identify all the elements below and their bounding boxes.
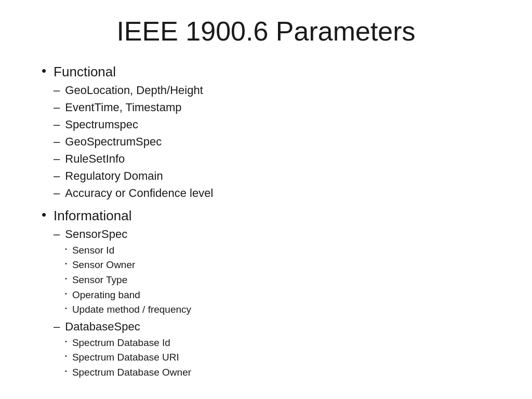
sub-item-1-0-1: •Sensor Owner	[65, 258, 191, 272]
sub-label-1-1-2: Spectrum Database Owner	[72, 365, 191, 380]
dash-label-0-6: Accuracy or Confidence level	[65, 185, 213, 202]
sub-item-1-1-1: •Spectrum Database URI	[65, 350, 191, 365]
dash-content-0-2: Spectrumspec	[65, 116, 138, 133]
top-item-content-0: Functional–GeoLocation, Depth/Height–Eve…	[54, 62, 213, 203]
sub-bullet-icon-1-1-2: •	[65, 368, 67, 376]
dash-label-1-0: SensorSpec	[65, 226, 191, 243]
dash-icon-0-1: –	[54, 99, 60, 116]
top-level-list: •Functional–GeoLocation, Depth/Height–Ev…	[42, 62, 501, 382]
dash-list-1: –SensorSpec•Sensor Id•Sensor Owner•Senso…	[54, 226, 191, 381]
dash-content-0-0: GeoLocation, Depth/Height	[65, 82, 203, 99]
top-item-label-1: Informational	[54, 206, 191, 225]
dash-item-0-3: –GeoSpectrumSpec	[54, 134, 213, 150]
content-area: •Functional–GeoLocation, Depth/Height–Ev…	[31, 62, 501, 385]
dash-label-0-2: Spectrumspec	[65, 116, 138, 133]
dash-item-0-4: –RuleSetInfo	[54, 151, 213, 167]
dash-label-1-1: DatabaseSpec	[65, 318, 191, 335]
dash-icon-0-4: –	[54, 151, 60, 167]
dash-content-0-1: EventTime, Timestamp	[65, 99, 181, 116]
dash-label-0-3: GeoSpectrumSpec	[65, 134, 162, 150]
sub-bullet-icon-1-1-1: •	[65, 353, 67, 361]
dash-icon-0-2: –	[54, 116, 60, 133]
dash-item-0-2: –Spectrumspec	[54, 116, 213, 133]
page: IEEE 1900.6 Parameters •Functional–GeoLo…	[0, 0, 532, 399]
sub-bullet-icon-1-1-0: •	[65, 338, 67, 346]
sub-item-1-0-4: •Update method / frequency	[65, 302, 191, 317]
sub-label-1-0-4: Update method / frequency	[72, 302, 191, 317]
sub-bullet-list-1-0: •Sensor Id•Sensor Owner•Sensor Type•Oper…	[65, 243, 191, 317]
bullet-icon-0: •	[42, 62, 46, 80]
sub-item-1-1-2: •Spectrum Database Owner	[65, 365, 191, 380]
dash-content-0-4: RuleSetInfo	[65, 151, 125, 167]
top-item-label-0: Functional	[54, 62, 213, 81]
sub-item-1-0-3: •Operating band	[65, 288, 191, 302]
dash-content-0-3: GeoSpectrumSpec	[65, 134, 162, 150]
dash-icon-0-0: –	[54, 82, 60, 99]
sub-bullet-list-1-1: •Spectrum Database Id•Spectrum Database …	[65, 336, 191, 380]
dash-item-0-1: –EventTime, Timestamp	[54, 99, 213, 116]
sub-bullet-icon-1-0-2: •	[65, 275, 67, 283]
dash-icon-1-0: –	[54, 226, 60, 243]
sub-label-1-0-0: Sensor Id	[72, 243, 114, 258]
dash-item-1-0: –SensorSpec•Sensor Id•Sensor Owner•Senso…	[54, 226, 191, 318]
dash-label-0-5: Regulatory Domain	[65, 168, 163, 184]
dash-icon-0-5: –	[54, 168, 60, 184]
dash-content-0-5: Regulatory Domain	[65, 168, 163, 184]
bullet-icon-1: •	[42, 206, 46, 224]
top-item-content-1: Informational–SensorSpec•Sensor Id•Senso…	[54, 206, 191, 382]
sub-bullet-icon-1-0-1: •	[65, 260, 67, 268]
sub-item-1-0-0: •Sensor Id	[65, 243, 191, 258]
dash-list-0: –GeoLocation, Depth/Height–EventTime, Ti…	[54, 82, 213, 202]
sub-bullet-icon-1-0-4: •	[65, 305, 67, 313]
dash-label-0-0: GeoLocation, Depth/Height	[65, 82, 203, 99]
sub-label-1-1-0: Spectrum Database Id	[72, 336, 170, 350]
dash-label-0-1: EventTime, Timestamp	[65, 99, 181, 116]
top-list-item-0: •Functional–GeoLocation, Depth/Height–Ev…	[42, 62, 501, 203]
page-title: IEEE 1900.6 Parameters	[31, 16, 501, 47]
sub-label-1-0-1: Sensor Owner	[72, 258, 135, 272]
top-list-item-1: •Informational–SensorSpec•Sensor Id•Sens…	[42, 206, 501, 382]
sub-item-1-1-0: •Spectrum Database Id	[65, 336, 191, 350]
dash-item-0-0: –GeoLocation, Depth/Height	[54, 82, 213, 99]
dash-label-0-4: RuleSetInfo	[65, 151, 125, 167]
dash-icon-0-3: –	[54, 134, 60, 150]
dash-icon-0-6: –	[54, 185, 60, 202]
dash-item-0-5: –Regulatory Domain	[54, 168, 213, 184]
dash-content-1-1: DatabaseSpec•Spectrum Database Id•Spectr…	[65, 318, 191, 381]
sub-bullet-icon-1-0-0: •	[65, 246, 67, 254]
sub-bullet-icon-1-0-3: •	[65, 290, 67, 298]
sub-label-1-0-2: Sensor Type	[72, 273, 127, 287]
dash-icon-1-1: –	[54, 318, 60, 335]
dash-content-0-6: Accuracy or Confidence level	[65, 185, 213, 202]
sub-item-1-0-2: •Sensor Type	[65, 273, 191, 287]
dash-item-0-6: –Accuracy or Confidence level	[54, 185, 213, 202]
sub-label-1-0-3: Operating band	[72, 288, 140, 302]
dash-content-1-0: SensorSpec•Sensor Id•Sensor Owner•Sensor…	[65, 226, 191, 318]
dash-item-1-1: –DatabaseSpec•Spectrum Database Id•Spect…	[54, 318, 191, 381]
sub-label-1-1-1: Spectrum Database URI	[72, 350, 179, 365]
